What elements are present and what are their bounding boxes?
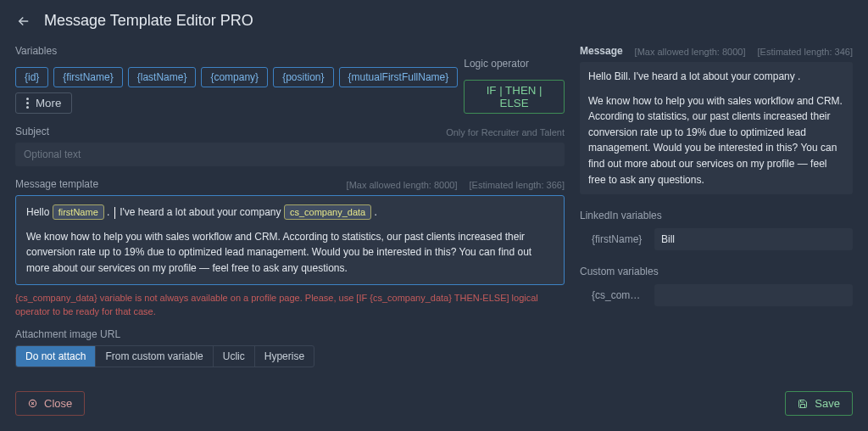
subject-hint: Only for Recruiter and Talent bbox=[446, 127, 565, 137]
custom-var-input[interactable] bbox=[654, 284, 853, 306]
template-label: Message template bbox=[15, 178, 98, 190]
template-editor[interactable]: Hello firstName . I've heard a lot about… bbox=[15, 195, 565, 285]
attachment-option[interactable]: Hyperise bbox=[254, 346, 314, 367]
logic-operator-button[interactable]: IF | THEN | ELSE bbox=[464, 80, 565, 114]
attachment-option[interactable]: From custom variable bbox=[95, 346, 212, 367]
custom-vars-label: Custom variables bbox=[580, 266, 853, 277]
variable-chip[interactable]: {firstName} bbox=[53, 67, 122, 87]
variable-chip[interactable]: {lastName} bbox=[128, 67, 197, 87]
more-icon bbox=[26, 98, 29, 109]
attachment-option[interactable]: Do not attach bbox=[16, 346, 95, 367]
template-var-firstname[interactable]: firstName bbox=[53, 204, 104, 220]
attachment-option[interactable]: Uclic bbox=[213, 346, 254, 367]
preview-label: Message bbox=[580, 45, 623, 57]
variable-chip[interactable]: {mutualFirstFullName} bbox=[339, 67, 459, 87]
template-var-company[interactable]: cs_company_data bbox=[284, 204, 371, 220]
variables-label: Variables bbox=[15, 45, 57, 57]
attachment-label: Attachment image URL bbox=[15, 328, 565, 340]
logic-label: Logic operator bbox=[464, 58, 529, 70]
linkedin-var-input[interactable] bbox=[654, 228, 853, 250]
custom-var-name: {cs_company_... bbox=[580, 289, 646, 301]
template-max-length: [Max allowed length: 8000] bbox=[347, 180, 458, 190]
template-body: We know how to help you with sales workf… bbox=[26, 229, 554, 277]
more-variables-button[interactable]: More bbox=[15, 92, 72, 114]
save-button[interactable]: Save bbox=[785, 391, 853, 416]
preview-est-length: [Estimated length: 346] bbox=[757, 47, 853, 57]
back-arrow-icon[interactable] bbox=[15, 13, 32, 30]
page-title: Message Template Editor PRO bbox=[44, 12, 253, 30]
linkedin-vars-label: LinkedIn variables bbox=[580, 210, 853, 221]
variable-chip[interactable]: {id} bbox=[15, 67, 48, 87]
close-button[interactable]: Close bbox=[15, 391, 85, 416]
linkedin-var-name: {firstName} bbox=[580, 233, 646, 245]
template-warning: {cs_company_data} variable is not always… bbox=[15, 292, 565, 318]
attachment-options: Do not attachFrom custom variableUclicHy… bbox=[15, 345, 314, 367]
close-icon bbox=[28, 399, 37, 408]
variable-chip[interactable]: {position} bbox=[273, 67, 333, 87]
preview-max-length: [Max allowed length: 8000] bbox=[635, 47, 746, 57]
save-icon bbox=[798, 399, 808, 409]
message-preview: Hello Bill. I've heard a lot about your … bbox=[580, 62, 853, 194]
text-caret bbox=[114, 207, 115, 219]
variable-chip[interactable]: {company} bbox=[201, 67, 268, 87]
subject-label: Subject bbox=[15, 126, 49, 137]
template-est-length: [Estimated length: 366] bbox=[469, 180, 565, 190]
subject-input[interactable] bbox=[15, 143, 565, 166]
